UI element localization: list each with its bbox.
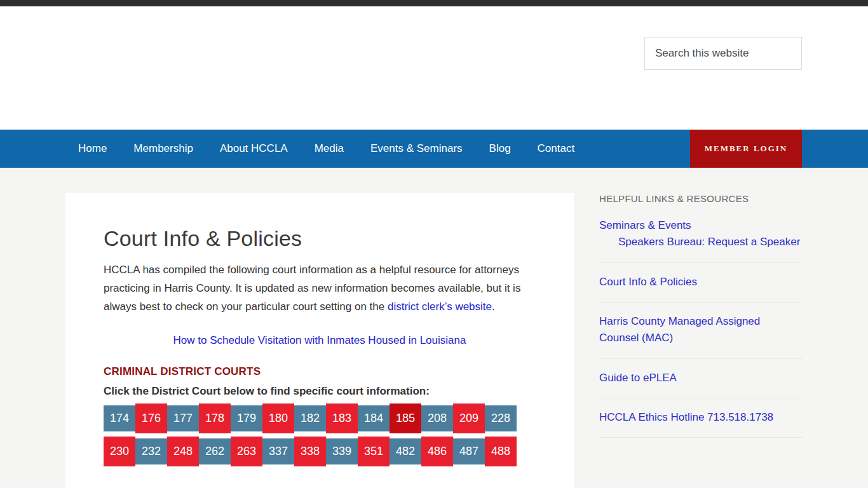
sidebar-heading: HELPFUL LINKS & RESOURCES [599,193,803,204]
nav-item-home[interactable]: Home [65,142,120,155]
court-link-232[interactable]: 232 [135,438,167,464]
article-card: Court Info & Policies HCCLA has compiled… [65,193,574,488]
sidebar-link-hccla-ethics-hotline-713-518-1738[interactable]: HCCLA Ethics Hotline 713.518.1738 [599,409,803,426]
sidebar-group: Guide to ePLEA [599,359,803,398]
nav-item-media[interactable]: Media [301,142,357,155]
sidebar: HELPFUL LINKS & RESOURCES Seminars & Eve… [599,193,803,438]
court-link-183[interactable]: 183 [326,403,358,433]
nav-list-item: Media [301,130,357,168]
sidebar-link-speakers-bureau-request-a-speaker[interactable]: Speakers Bureau: Request a Speaker [599,234,803,250]
nav-list-item: About HCCLA [207,130,301,168]
nav-item-about-hccla[interactable]: About HCCLA [207,142,301,155]
page-title: Court Info & Policies [104,226,536,251]
district-clerk-website-link[interactable]: district clerk’s website [388,301,492,313]
court-link-185[interactable]: 185 [390,403,421,433]
court-link-351[interactable]: 351 [358,437,390,466]
court-link-184[interactable]: 184 [358,405,390,431]
content-wrap: Court Info & Policies HCCLA has compiled… [0,168,868,488]
sidebar-group: Harris County Managed Assigned Counsel (… [599,302,803,359]
court-link-262[interactable]: 262 [199,438,231,464]
nav-list-item: Membership [120,130,207,168]
court-link-176[interactable]: 176 [135,403,167,433]
nav-list-item: Events & Seminars [357,130,476,168]
court-link-178[interactable]: 178 [199,403,231,433]
sidebar-group: Seminars & EventsSpeakers Bureau: Reques… [599,207,803,263]
sidebar-link-harris-county-managed-assigned-counsel-mac[interactable]: Harris County Managed Assigned Counsel (… [599,313,803,347]
nav-item-membership[interactable]: Membership [120,142,207,155]
court-link-248[interactable]: 248 [167,437,199,466]
nav-item-contact[interactable]: Contact [524,142,588,155]
visitation-paragraph: How to Schedule Visitation with Inmates … [104,334,536,347]
site-header [0,6,868,130]
court-link-337[interactable]: 337 [262,438,294,464]
nav-list-item: Blog [476,130,524,168]
court-link-263[interactable]: 263 [231,437,262,466]
sidebar-links: Seminars & EventsSpeakers Bureau: Reques… [599,207,803,438]
main-nav: HomeMembershipAbout HCCLAMediaEvents & S… [0,130,868,168]
court-link-180[interactable]: 180 [262,403,294,433]
court-link-482[interactable]: 482 [390,438,421,464]
nav-list-item: Home [65,130,120,168]
court-row: 174176177178179180182183184185208209228 [104,403,536,433]
court-grid-instruction: Click the District Court below to find s… [104,385,536,398]
search-input[interactable] [644,37,802,70]
court-link-208[interactable]: 208 [421,405,453,431]
court-link-182[interactable]: 182 [294,405,326,431]
court-link-177[interactable]: 177 [167,405,199,431]
court-link-209[interactable]: 209 [453,403,485,433]
criminal-district-courts-heading: CRIMINAL DISTRICT COURTS [104,365,536,378]
nav-item-events-seminars[interactable]: Events & Seminars [357,142,476,155]
court-link-488[interactable]: 488 [485,437,517,466]
court-grid: 1741761771781791801821831841852082092282… [104,403,536,466]
court-link-228[interactable]: 228 [485,405,517,431]
sidebar-link-seminars-events[interactable]: Seminars & Events [599,217,803,234]
court-link-339[interactable]: 339 [326,438,358,464]
court-link-230[interactable]: 230 [104,437,135,466]
visitation-louisiana-link[interactable]: How to Schedule Visitation with Inmates … [173,334,466,346]
court-link-179[interactable]: 179 [231,405,262,431]
court-link-487[interactable]: 487 [453,438,485,464]
top-utility-bar [0,0,868,6]
nav-list-item: Contact [524,130,588,168]
court-link-338[interactable]: 338 [294,437,326,466]
sidebar-group: Court Info & Policies [599,263,803,302]
sidebar-group: HCCLA Ethics Hotline 713.518.1738 [599,398,803,438]
sidebar-link-court-info-policies[interactable]: Court Info & Policies [599,274,803,290]
sidebar-link-guide-to-eplea[interactable]: Guide to ePLEA [599,370,803,386]
court-link-486[interactable]: 486 [421,437,453,466]
intro-paragraph: HCCLA has compiled the following court i… [104,261,536,316]
court-link-174[interactable]: 174 [104,405,135,431]
court-row: 230232248262263337338339351482486487488 [104,437,536,466]
member-login-button[interactable]: MEMBER LOGIN [690,130,802,168]
nav-item-blog[interactable]: Blog [476,142,524,155]
intro-text-post: . [492,301,495,313]
